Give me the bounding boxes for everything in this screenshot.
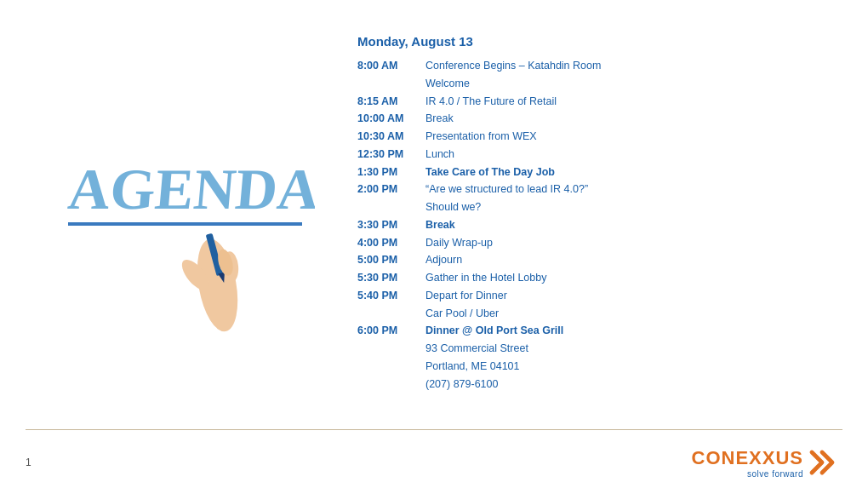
schedule-time: 12:30 PM bbox=[357, 146, 425, 164]
logo-text: CONEXXUS solve forward bbox=[692, 447, 803, 479]
schedule-sub-row: Portland, ME 04101 bbox=[357, 358, 817, 376]
schedule-sub-row: 93 Commercial Street bbox=[357, 340, 817, 358]
schedule-row: 12:30 PMLunch bbox=[357, 146, 817, 164]
schedule-time: 2:00 PM bbox=[357, 181, 425, 198]
schedule-event: Dinner @ Old Port Sea Grill bbox=[425, 322, 817, 340]
schedule-sub-row: Should we? bbox=[357, 198, 817, 216]
schedule-sub-event: Should we? bbox=[425, 198, 817, 216]
schedule-table: 8:00 AMConference Begins – Katahdin Room… bbox=[357, 57, 817, 393]
schedule-time: 5:30 PM bbox=[357, 269, 425, 287]
schedule-row: 10:30 AMPresentation from WEX bbox=[357, 128, 817, 146]
schedule-row: 8:00 AMConference Begins – Katahdin Room bbox=[357, 57, 817, 75]
schedule-sub-event: Car Pool / Uber bbox=[425, 305, 817, 323]
main-content: AGENDA Monday, August bbox=[0, 0, 868, 417]
footer-line bbox=[26, 429, 842, 430]
schedule-time: 8:00 AM bbox=[357, 57, 425, 75]
svg-text:AGENDA: AGENDA bbox=[66, 157, 315, 221]
schedule-time: 10:00 AM bbox=[357, 110, 425, 128]
schedule-time: 6:00 PM bbox=[357, 322, 425, 340]
schedule-row: 4:00 PMDaily Wrap-up bbox=[357, 234, 817, 252]
schedule-row: 1:30 PMTake Care of The Day Job bbox=[357, 164, 817, 181]
schedule-row: 8:15 AMIR 4.0 / The Future of Retail bbox=[357, 93, 817, 111]
schedule-time: 5:40 PM bbox=[357, 287, 425, 305]
schedule-time: 5:00 PM bbox=[357, 251, 425, 269]
schedule-event: Break bbox=[425, 110, 817, 128]
schedule-sub-row: Car Pool / Uber bbox=[357, 305, 817, 323]
schedule-sub-row: (207) 879-6100 bbox=[357, 376, 817, 393]
schedule-time: 4:00 PM bbox=[357, 234, 425, 252]
schedule-row: 5:00 PMAdjourn bbox=[357, 251, 817, 269]
schedule-sub-event: Welcome bbox=[425, 75, 817, 93]
right-section: Monday, August 13 8:00 AMConference Begi… bbox=[340, 34, 817, 400]
logo-tagline: solve forward bbox=[747, 469, 803, 479]
schedule-sub-event: Portland, ME 04101 bbox=[425, 358, 817, 376]
schedule-sub-event: 93 Commercial Street bbox=[425, 340, 817, 358]
logo-section: CONEXXUS solve forward bbox=[692, 445, 842, 479]
day-header: Monday, August 13 bbox=[357, 34, 817, 49]
schedule-event: Take Care of The Day Job bbox=[425, 164, 817, 181]
schedule-sub-row: Welcome bbox=[357, 75, 817, 93]
schedule-row: 3:30 PMBreak bbox=[357, 216, 817, 234]
schedule-event: “Are we structured to lead IR 4.0?” bbox=[425, 181, 817, 198]
schedule-row: 5:40 PMDepart for Dinner bbox=[357, 287, 817, 305]
schedule-event: Lunch bbox=[425, 146, 817, 164]
schedule-row: 6:00 PMDinner @ Old Port Sea Grill bbox=[357, 322, 817, 340]
schedule-event: Conference Begins – Katahdin Room bbox=[425, 57, 817, 75]
schedule-event: IR 4.0 / The Future of Retail bbox=[425, 93, 817, 111]
schedule-event: Gather in the Hotel Lobby bbox=[425, 269, 817, 287]
footer: 1 CONEXXUS solve forward bbox=[26, 445, 842, 479]
schedule-event: Adjourn bbox=[425, 251, 817, 269]
schedule-sub-event: (207) 879-6100 bbox=[425, 376, 817, 393]
page-number: 1 bbox=[26, 456, 31, 468]
schedule-row: 5:30 PMGather in the Hotel Lobby bbox=[357, 269, 817, 287]
schedule-time: 10:30 AM bbox=[357, 128, 425, 146]
schedule-row: 10:00 AMBreak bbox=[357, 110, 817, 128]
schedule-event: Presentation from WEX bbox=[425, 128, 817, 146]
agenda-image: AGENDA bbox=[60, 98, 315, 336]
schedule-time: 1:30 PM bbox=[357, 164, 425, 181]
schedule-event: Break bbox=[425, 216, 817, 234]
schedule-row: 2:00 PM“Are we structured to lead IR 4.0… bbox=[357, 181, 817, 198]
schedule-event: Depart for Dinner bbox=[425, 287, 817, 305]
schedule-time: 3:30 PM bbox=[357, 216, 425, 234]
conexxus-logo-icon bbox=[808, 445, 842, 479]
left-section: AGENDA bbox=[34, 34, 340, 400]
schedule-time: 8:15 AM bbox=[357, 93, 425, 111]
schedule-event: Daily Wrap-up bbox=[425, 234, 817, 252]
logo-name: CONEXXUS bbox=[692, 447, 803, 469]
